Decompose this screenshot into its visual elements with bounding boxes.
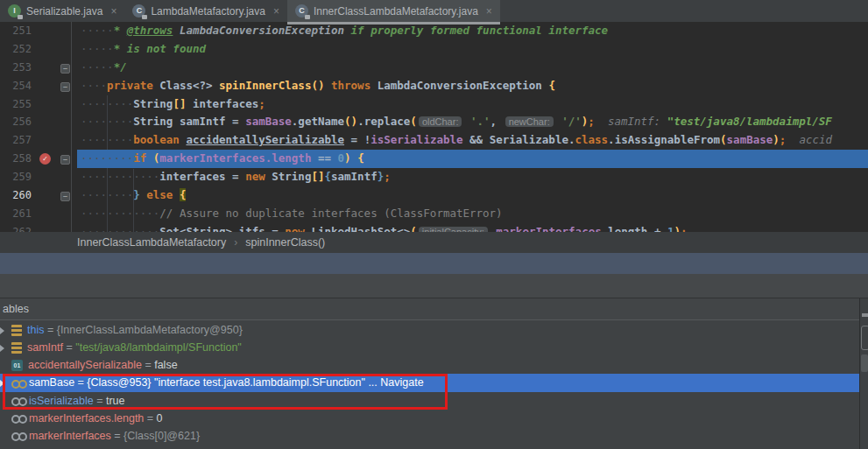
variable-name: markerInterfaces.length: [29, 412, 144, 424]
code-line-257[interactable]: 257········boolean accidentallySerializa…: [0, 131, 868, 150]
expand-arrow-icon[interactable]: [0, 345, 4, 352]
code-line-259[interactable]: 259············interfaces = new String[]…: [0, 168, 868, 186]
gutter: 254−: [0, 77, 77, 95]
scrollbar-thumb[interactable]: [861, 354, 868, 372]
line-number[interactable]: 251: [0, 22, 32, 40]
variable-row-markerInterfaces[interactable]: markerInterfaces = {Class[0]@621}: [0, 427, 860, 445]
close-icon[interactable]: ×: [110, 5, 116, 18]
breakpoint-column[interactable]: [32, 223, 58, 232]
breakpoint-column[interactable]: [32, 168, 58, 186]
code-token: ;: [681, 225, 688, 232]
variable-row-accidentallySerializable[interactable]: 01accidentallySerializable = false: [0, 356, 860, 374]
breakpoint-column[interactable]: [32, 131, 58, 150]
code-token: markerInterfaces.length: [159, 151, 311, 165]
variable-row-markerInterfaces.length[interactable]: markerInterfaces.length = 0: [0, 410, 860, 427]
breakpoint-column[interactable]: [32, 113, 58, 131]
line-number[interactable]: 257: [0, 131, 32, 150]
breakpoint-column[interactable]: [32, 59, 58, 77]
line-number[interactable]: 256: [0, 113, 32, 131]
code-token: ········: [81, 133, 133, 146]
line-number[interactable]: 252: [0, 40, 32, 59]
code-line-261[interactable]: 261············// Assure no duplicate in…: [0, 205, 868, 223]
fold-column: −: [58, 150, 77, 168]
line-number[interactable]: 254: [0, 77, 32, 95]
code-token: 0: [338, 151, 345, 165]
equals-sign: =: [63, 341, 75, 354]
expand-arrow-icon[interactable]: [0, 327, 4, 334]
breakpoint-column[interactable]: [32, 40, 58, 59]
code-token: samIntf:: [595, 115, 667, 128]
gutter: 257: [0, 131, 77, 150]
class-icon: C: [295, 4, 308, 18]
line-number[interactable]: 258: [0, 150, 32, 168]
code-token: 1: [667, 225, 674, 232]
code-line-260[interactable]: 260−········} else {: [0, 186, 868, 205]
code-token: if properly formed functional interface: [351, 24, 609, 37]
close-icon[interactable]: ×: [273, 5, 279, 18]
breakpoint-column[interactable]: [32, 186, 58, 205]
code-line-252[interactable]: 252·····* is not found: [0, 40, 868, 59]
code-token: {: [180, 188, 187, 201]
code-text: ········boolean accidentallySerializable…: [77, 131, 868, 150]
variable-value: {InnerClassLambdaMetafactory@950}: [57, 324, 243, 336]
variable-row-samIntf[interactable]: samIntf = "test/java8/lambdaimpl/SFuncti…: [0, 339, 860, 356]
code-token: ): [674, 225, 681, 232]
breakpoint-column[interactable]: [32, 205, 58, 223]
code-token: (: [410, 115, 417, 128]
code-token: markerInterfaces: [496, 225, 601, 232]
code-line-253[interactable]: 253−·····*/: [0, 59, 868, 77]
code-token: (: [720, 133, 727, 146]
breakpoint-column[interactable]: [32, 95, 58, 114]
fold-icon[interactable]: −: [60, 82, 70, 92]
breakpoint-column[interactable]: [32, 22, 58, 40]
code-line-256[interactable]: 256········String samIntf = samBase.getN…: [0, 113, 868, 131]
fold-icon[interactable]: −: [60, 155, 70, 165]
variable-row-this[interactable]: this = {InnerClassLambdaMetafactory@950}: [0, 321, 860, 339]
code-line-255[interactable]: 255········String[] interfaces;: [0, 95, 868, 114]
code-line-258[interactable]: 258✓−········if (markerInterfaces.length…: [0, 150, 868, 168]
code-text: ········} else {: [77, 186, 868, 205]
breakpoint-column[interactable]: [32, 77, 58, 95]
line-number[interactable]: 259: [0, 168, 32, 186]
variable-name: accidentallySerializable: [28, 359, 142, 371]
fold-column: −: [58, 77, 77, 95]
variable-value: "test/java8/lambdaimpl/SFunction": [75, 341, 242, 354]
code-line-251[interactable]: 251·····* @throws LambdaConversionExcept…: [0, 22, 868, 40]
expand-chevron-column[interactable]: [0, 321, 11, 339]
fold-icon[interactable]: −: [60, 64, 70, 74]
code-token: .length +: [602, 225, 667, 232]
expand-chevron-column[interactable]: [0, 427, 11, 445]
code-line-262[interactable]: 262············Set<String> itfs = new Li…: [0, 223, 868, 232]
code-token: ············: [81, 225, 159, 232]
code-token: *: [114, 24, 127, 37]
expand-chevron-column[interactable]: [0, 339, 11, 356]
close-icon[interactable]: ×: [486, 5, 492, 18]
expand-chevron-column[interactable]: [0, 410, 11, 427]
line-number[interactable]: 261: [0, 205, 32, 223]
code-editor[interactable]: 251·····* @throws LambdaConversionExcept…: [0, 22, 868, 232]
expand-chevron-column[interactable]: [0, 356, 11, 374]
code-token: ·····: [81, 24, 114, 37]
code-token: ········: [81, 188, 133, 201]
breadcrumb-item[interactable]: spinInnerClass(): [245, 236, 325, 249]
breadcrumb-item[interactable]: InnerClassLambdaMetafactory: [77, 236, 226, 249]
code-token: ): [344, 151, 351, 165]
line-number[interactable]: 255: [0, 95, 32, 114]
code-token: interfaces =: [159, 170, 245, 183]
line-number[interactable]: 260: [0, 186, 32, 205]
clipped-button[interactable]: [861, 326, 868, 350]
fold-column: [58, 22, 77, 40]
fold-icon[interactable]: −: [60, 192, 70, 201]
line-number[interactable]: 262: [0, 223, 32, 232]
tab-InnerClassLambdaMetafactory.java[interactable]: CInnerClassLambdaMetafactory.java×: [287, 0, 500, 22]
code-line-254[interactable]: 254−····private Class<?> spinInnerClass(…: [0, 77, 868, 95]
breakpoint-icon[interactable]: ✓: [39, 153, 51, 165]
equals-sign: =: [144, 412, 156, 424]
code-token: {: [548, 79, 555, 92]
tab-Serializable.java[interactable]: ISerializable.java×: [0, 0, 124, 22]
line-number[interactable]: 253: [0, 59, 32, 77]
code-token: newChar:: [505, 116, 554, 127]
breakpoint-column[interactable]: ✓: [32, 150, 58, 168]
gutter: 253−: [0, 59, 77, 77]
tab-LambdaMetafactory.java[interactable]: CLambdaMetafactory.java×: [124, 0, 287, 22]
